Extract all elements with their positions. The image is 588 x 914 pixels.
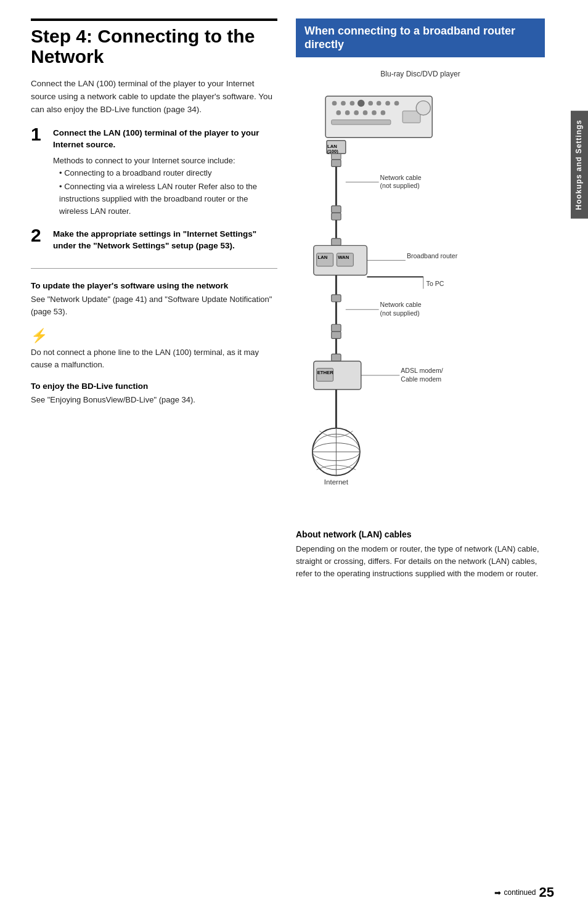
svg-point-14: [381, 110, 386, 115]
svg-text:WAN: WAN: [338, 255, 349, 261]
svg-rect-24: [332, 206, 341, 213]
divider: [31, 268, 277, 269]
svg-point-9: [336, 110, 341, 115]
diagram-area: Blu-ray Disc/DVD player: [296, 63, 545, 520]
bdlive-title: To enjoy the BD-Live function: [31, 382, 277, 391]
svg-point-5: [368, 101, 373, 106]
step-1: 1 Connect the LAN (100) terminal of the …: [31, 128, 277, 219]
svg-point-7: [385, 101, 390, 106]
right-column: When connecting to a broadband router di…: [290, 18, 545, 896]
svg-point-1: [332, 101, 337, 106]
step-2-number: 2: [31, 226, 53, 245]
svg-rect-48: [332, 332, 341, 339]
svg-rect-21: [332, 153, 341, 160]
bdlive-body: See "Enjoying BonusView/BD-Live" (page 3…: [31, 394, 277, 406]
svg-point-12: [363, 110, 368, 115]
svg-text:Cable modem: Cable modem: [401, 375, 441, 383]
svg-rect-15: [332, 120, 391, 125]
page-container: Hookups and Settings Step 4: Connecting …: [0, 0, 588, 914]
svg-text:(not supplied): (not supplied): [380, 182, 420, 189]
step-1-title: Connect the LAN (100) terminal of the pl…: [53, 128, 277, 151]
continued-text: continued: [504, 888, 536, 897]
network-diagram: LAN (100) Network cable (not supplied): [296, 82, 545, 513]
svg-text:LAN: LAN: [318, 255, 328, 261]
sub-section-bdlive: To enjoy the BD-Live function See "Enjoy…: [31, 382, 277, 406]
svg-rect-50: [332, 354, 341, 362]
svg-point-8: [394, 101, 399, 106]
step-1-bullet-2: Connecting via a wireless LAN router Ref…: [53, 181, 277, 218]
step-1-body: Methods to connect to your Internet sour…: [53, 155, 277, 218]
page-title: Step 4: Connecting to the Network: [31, 18, 277, 67]
svg-text:ETHER: ETHER: [317, 370, 334, 375]
update-body: See "Network Update" (page 41) and "Soft…: [31, 293, 277, 318]
sub-section-update: To update the player's software using th…: [31, 281, 277, 318]
svg-point-17: [416, 101, 430, 115]
svg-point-13: [372, 110, 377, 115]
svg-rect-42: [332, 295, 341, 302]
svg-text:(not supplied): (not supplied): [380, 309, 420, 317]
svg-text:Internet: Internet: [324, 478, 349, 486]
step-2: 2 Make the appropriate settings in "Inte…: [31, 229, 277, 256]
continued-arrow: ➡: [494, 888, 501, 897]
about-body: Depending on the modem or router, the ty…: [296, 543, 545, 580]
svg-point-10: [345, 110, 350, 115]
svg-rect-44: [332, 324, 341, 332]
svg-point-11: [354, 110, 359, 115]
update-title: To update the player's software using th…: [31, 281, 277, 290]
section-header: When connecting to a broadband router di…: [296, 18, 545, 57]
svg-rect-30: [332, 239, 341, 246]
svg-point-6: [377, 101, 382, 106]
svg-text:LAN: LAN: [327, 144, 337, 149]
svg-point-2: [341, 101, 346, 106]
step-1-bullet-1: Connecting to a broadband router directl…: [53, 167, 277, 179]
step-2-title: Make the appropriate settings in "Intern…: [53, 229, 277, 252]
step-1-bullets: Connecting to a broadband router directl…: [53, 167, 277, 218]
svg-text:ADSL modem/: ADSL modem/: [401, 367, 443, 374]
step-1-body-intro: Methods to connect to your Internet sour…: [53, 156, 235, 165]
sub-section-warning: ⚡ Do not connect a phone line to the LAN…: [31, 328, 277, 371]
warning-icon: ⚡: [31, 328, 277, 344]
page-number: 25: [539, 884, 554, 900]
about-section: About network (LAN) cables Depending on …: [296, 529, 545, 580]
intro-text: Connect the LAN (100) terminal of the pl…: [31, 78, 277, 116]
svg-text:Broadband router: Broadband router: [407, 252, 458, 259]
side-tab: Hookups and Settings: [571, 111, 588, 219]
svg-rect-28: [332, 213, 341, 221]
page-footer: ➡ continued 25: [494, 884, 554, 900]
diagram-label: Blu-ray Disc/DVD player: [380, 70, 460, 78]
step-1-number: 1: [31, 125, 53, 144]
svg-point-3: [350, 101, 355, 106]
svg-text:Network cable: Network cable: [380, 174, 422, 181]
svg-text:To PC: To PC: [427, 280, 444, 287]
svg-text:Network cable: Network cable: [380, 301, 422, 309]
left-column: Step 4: Connecting to the Network Connec…: [31, 18, 290, 896]
svg-point-4: [357, 100, 365, 107]
step-1-content: Connect the LAN (100) terminal of the pl…: [53, 128, 277, 219]
main-content: Step 4: Connecting to the Network Connec…: [0, 0, 588, 914]
svg-rect-22: [332, 160, 341, 167]
warning-body: Do not connect a phone line to the LAN (…: [31, 346, 277, 371]
step-2-content: Make the appropriate settings in "Intern…: [53, 229, 277, 256]
about-title: About network (LAN) cables: [296, 529, 545, 539]
